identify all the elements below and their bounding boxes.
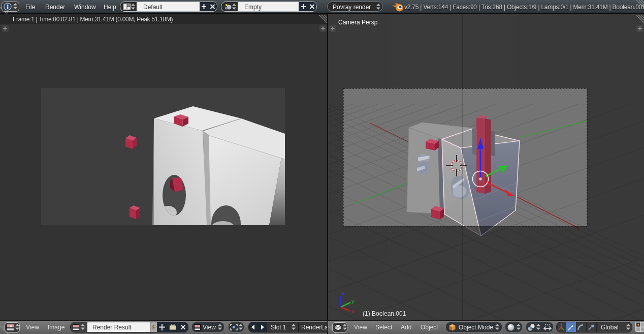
svg-text:y: y xyxy=(351,298,355,304)
svg-text:x: x xyxy=(351,308,355,314)
svg-text:z: z xyxy=(342,290,345,296)
